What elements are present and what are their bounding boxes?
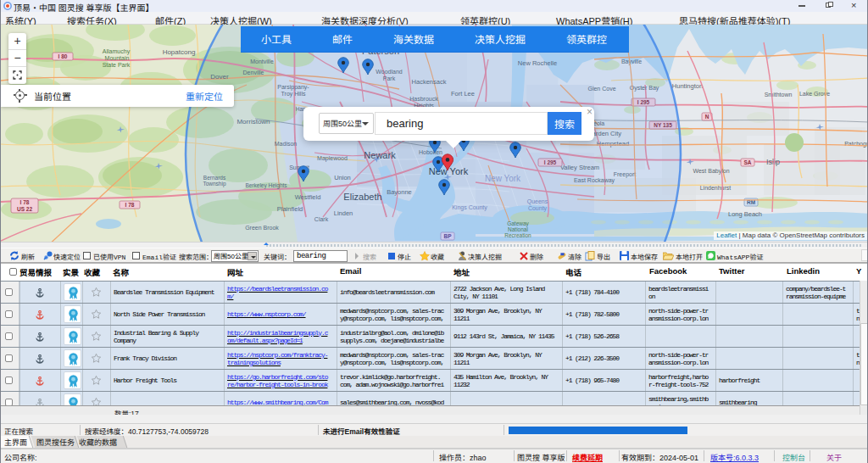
svg-text:West Babylon: West Babylon — [693, 168, 729, 175]
svg-text:State Park: State Park — [103, 62, 131, 68]
svg-text:Allamuchy: Allamuchy — [103, 48, 131, 55]
svg-text:Huntington: Huntington — [672, 82, 703, 90]
svg-text:I 80: I 80 — [58, 53, 68, 59]
svg-text:Smithtown: Smithtown — [765, 92, 793, 98]
svg-text:Hopatcong: Hopatcong — [163, 48, 196, 56]
svg-text:Lindenhurst: Lindenhurst — [700, 185, 732, 191]
svg-text:SA: SA — [743, 159, 751, 165]
svg-text:Mountain: Mountain — [105, 55, 130, 61]
svg-text:US 22: US 22 — [17, 206, 32, 212]
svg-text:I 78: I 78 — [125, 202, 135, 208]
svg-text:Long Beach: Long Beach — [728, 210, 762, 218]
svg-text:N: N — [705, 114, 709, 120]
svg-text:Patchogu: Patchogu — [844, 141, 868, 148]
svg-text:Islip: Islip — [766, 158, 780, 166]
svg-text:I 78: I 78 — [20, 199, 30, 205]
